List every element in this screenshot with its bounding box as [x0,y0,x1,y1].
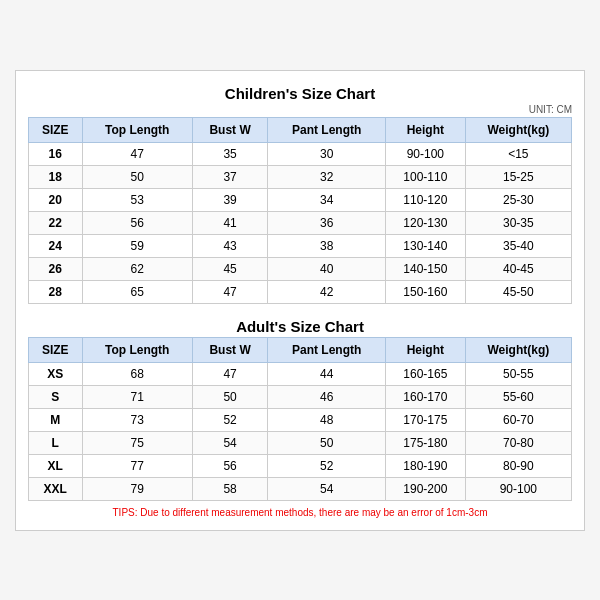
table-cell: 59 [82,234,192,257]
table-cell: 32 [268,165,386,188]
table-cell: 50 [192,385,268,408]
table-cell: 100-110 [386,165,466,188]
table-row: 22564136120-13030-35 [29,211,572,234]
table-cell: 47 [192,362,268,385]
table-cell: 54 [268,477,386,500]
col-top-length-adult: Top Length [82,337,192,362]
table-row: XL775652180-19080-90 [29,454,572,477]
table-cell: 150-160 [386,280,466,303]
table-cell: 40-45 [465,257,571,280]
table-row: 18503732100-11015-25 [29,165,572,188]
table-cell: 15-25 [465,165,571,188]
table-cell: 35 [192,142,268,165]
table-cell: XXL [29,477,83,500]
table-cell: 41 [192,211,268,234]
adult-title: Adult's Size Chart [28,314,572,337]
table-cell: 30 [268,142,386,165]
table-cell: 110-120 [386,188,466,211]
table-row: L755450175-18070-80 [29,431,572,454]
table-cell: 45-50 [465,280,571,303]
table-cell: 39 [192,188,268,211]
table-cell: 60-70 [465,408,571,431]
table-cell: 175-180 [386,431,466,454]
table-cell: 47 [192,280,268,303]
table-cell: 48 [268,408,386,431]
table-cell: 56 [82,211,192,234]
table-cell: 45 [192,257,268,280]
table-cell: 52 [268,454,386,477]
table-cell: 36 [268,211,386,234]
unit-label: UNIT: CM [28,104,572,115]
table-row: 24594338130-14035-40 [29,234,572,257]
table-cell: 56 [192,454,268,477]
col-weight-child: Weight(kg) [465,117,571,142]
table-cell: 75 [82,431,192,454]
table-cell: 58 [192,477,268,500]
table-cell: 190-200 [386,477,466,500]
table-cell: 65 [82,280,192,303]
col-pant-length-child: Pant Length [268,117,386,142]
table-cell: 40 [268,257,386,280]
children-header-row: SIZE Top Length Bust W Pant Length Heigh… [29,117,572,142]
table-cell: 90-100 [465,477,571,500]
col-bust-w-adult: Bust W [192,337,268,362]
table-cell: 43 [192,234,268,257]
table-cell: 25-30 [465,188,571,211]
table-cell: 180-190 [386,454,466,477]
table-cell: S [29,385,83,408]
table-cell: 68 [82,362,192,385]
table-cell: 55-60 [465,385,571,408]
table-row: 1647353090-100<15 [29,142,572,165]
tips-text: TIPS: Due to different measurement metho… [28,507,572,518]
col-pant-length-adult: Pant Length [268,337,386,362]
chart-container: Children's Size Chart UNIT: CM SIZE Top … [15,70,585,531]
table-cell: 35-40 [465,234,571,257]
col-height-adult: Height [386,337,466,362]
table-cell: 71 [82,385,192,408]
table-cell: 140-150 [386,257,466,280]
table-cell: 16 [29,142,83,165]
adult-table: SIZE Top Length Bust W Pant Length Heigh… [28,337,572,501]
table-row: M735248170-17560-70 [29,408,572,431]
table-cell: 44 [268,362,386,385]
table-cell: 70-80 [465,431,571,454]
table-cell: 50 [268,431,386,454]
table-cell: 62 [82,257,192,280]
table-cell: 24 [29,234,83,257]
col-height-child: Height [386,117,466,142]
table-cell: 50-55 [465,362,571,385]
table-cell: 130-140 [386,234,466,257]
table-cell: 79 [82,477,192,500]
table-cell: 54 [192,431,268,454]
table-cell: 80-90 [465,454,571,477]
table-cell: 46 [268,385,386,408]
table-cell: 50 [82,165,192,188]
table-cell: M [29,408,83,431]
table-cell: 34 [268,188,386,211]
table-cell: 120-130 [386,211,466,234]
table-row: S715046160-17055-60 [29,385,572,408]
table-cell: 160-170 [386,385,466,408]
table-row: 28654742150-16045-50 [29,280,572,303]
table-cell: 28 [29,280,83,303]
table-cell: 47 [82,142,192,165]
table-cell: 22 [29,211,83,234]
table-row: 26624540140-15040-45 [29,257,572,280]
table-cell: 18 [29,165,83,188]
table-row: 20533934110-12025-30 [29,188,572,211]
table-cell: XL [29,454,83,477]
table-cell: XS [29,362,83,385]
table-row: XS684744160-16550-55 [29,362,572,385]
table-cell: 26 [29,257,83,280]
table-cell: 73 [82,408,192,431]
table-cell: 20 [29,188,83,211]
col-bust-w-child: Bust W [192,117,268,142]
col-top-length-child: Top Length [82,117,192,142]
table-cell: 53 [82,188,192,211]
table-cell: <15 [465,142,571,165]
table-cell: 38 [268,234,386,257]
col-weight-adult: Weight(kg) [465,337,571,362]
adult-header-row: SIZE Top Length Bust W Pant Length Heigh… [29,337,572,362]
table-cell: 42 [268,280,386,303]
table-cell: 37 [192,165,268,188]
